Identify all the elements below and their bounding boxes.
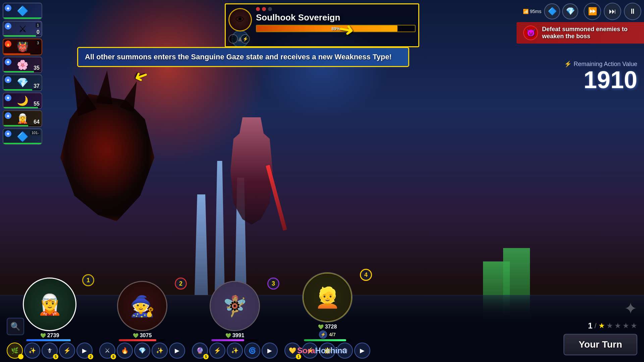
sky-glow-blue xyxy=(255,17,389,117)
turn-icon-5[interactable]: 🌙 ◆ 55 xyxy=(3,93,42,109)
turn-icon-0[interactable]: 🔷 ◆ xyxy=(3,3,42,19)
your-turn-button[interactable]: Your Turn xyxy=(564,334,637,355)
char-skills-1: 🌿 ✨ 🗡5 ⚡ ▶2 xyxy=(7,343,93,359)
character-3[interactable]: 🧚 ⚙ 3 💚 3991 🔮5 ⚡ ✨ 🌀 ▶ xyxy=(192,281,278,359)
skill-3-1[interactable]: 🔮5 xyxy=(192,343,208,359)
char-hp-fill-1 xyxy=(26,339,71,341)
boss-entity xyxy=(44,67,171,235)
char-portrait-4: 👱 xyxy=(302,272,353,322)
skill-1-4[interactable]: ⚡ xyxy=(59,343,75,359)
char-number-4: 4 xyxy=(360,269,372,281)
skill-2-1[interactable]: ⚔8 xyxy=(99,343,115,359)
skill-4-4[interactable]: ⬡ xyxy=(337,343,353,359)
char-hp-fill-4 xyxy=(304,339,346,341)
skill-3-2[interactable]: ⚡ xyxy=(209,343,225,359)
char-hp-row-2: 💚 3075 xyxy=(133,333,152,339)
turn-icon-6[interactable]: 🧝 ◆ 64 xyxy=(3,110,42,127)
char-hp-row-3: 💚 3991 xyxy=(225,333,245,339)
char-hp-fill-2 xyxy=(119,339,156,341)
team-icon-1[interactable]: 🔷 xyxy=(544,3,560,19)
team-icon-2[interactable]: 💎 xyxy=(562,3,578,19)
skill-charge-1-5: 2 xyxy=(88,354,93,359)
character-4[interactable]: 👱 4 💚 3728 ⚡ 4/7 💛1 ⚡ xyxy=(284,272,370,359)
skill-1-5[interactable]: ▶2 xyxy=(76,343,93,359)
turn-icon-7[interactable]: 🔷 ◆ 101- xyxy=(3,128,42,145)
char-hp-bar-4 xyxy=(304,339,351,341)
character-1[interactable]: 🧝 1 💚 2739 🌿 ✨ 🗡5 ⚡ ▶2 xyxy=(7,278,93,359)
char-portrait-1: 🧝 xyxy=(23,278,76,331)
char-portrait-2: 🧙 xyxy=(117,281,167,331)
skill-1-2[interactable]: ✨ xyxy=(24,343,40,359)
boss-spike-1 xyxy=(64,71,97,116)
char-extra-info-4: ⚡ 4/7 xyxy=(319,330,335,339)
hp-icon-4: 💚 xyxy=(318,324,324,329)
skill-1-3[interactable]: 🗡5 xyxy=(42,343,58,359)
char-hp-2: 3075 xyxy=(140,333,152,339)
char-hp-bar-3 xyxy=(211,339,258,341)
turn-icon-2[interactable]: 👹 🔥 3 xyxy=(3,39,42,55)
skill-charge-1-1 xyxy=(18,354,23,359)
turn-icon-3[interactable]: 🌸 ◆ 35 xyxy=(3,57,42,73)
skill-2-2[interactable]: 🔥 xyxy=(117,343,133,359)
char-fraction-4: 4/7 xyxy=(329,332,335,337)
fast-forward-btn[interactable]: ⏩ xyxy=(584,3,601,20)
skill-1-1[interactable]: 🌿 xyxy=(7,343,23,359)
char-hp-bar-1 xyxy=(26,339,73,341)
player-character xyxy=(221,117,282,225)
skill-3-4[interactable]: 🌀 xyxy=(244,343,260,359)
skill-charge-4-1: 1 xyxy=(296,354,301,359)
skill-4-3[interactable]: 🌟 xyxy=(319,343,335,359)
turn-icon-4[interactable]: 💎 ◆ 37 xyxy=(3,74,42,91)
skip-btn[interactable]: ⏭ xyxy=(604,3,621,20)
skill-2-4[interactable]: ✨ xyxy=(152,343,168,359)
skill-4-5[interactable]: ▶ xyxy=(354,343,370,359)
skill-charge-3-1: 5 xyxy=(203,354,209,359)
char-extra-icon-4: ⚡ xyxy=(319,330,327,339)
char-hp-row-1: 💚 2739 xyxy=(40,333,59,339)
hp-icon-1: 💚 xyxy=(40,333,46,338)
char-number-3: 3 xyxy=(267,278,279,290)
star-decoration-icon[interactable]: ✦ xyxy=(624,299,637,318)
hp-icon-3: 💚 xyxy=(225,333,231,338)
char-skills-4: 💛1 ⚡ 🌟 ⬡ ▶ xyxy=(284,343,370,359)
skill-charge-1-3: 5 xyxy=(53,354,58,359)
crystal-tower-1 xyxy=(195,194,208,295)
skill-charge-2-1: 8 xyxy=(111,354,116,359)
pause-btn[interactable]: ⏸ xyxy=(624,3,641,20)
char-hp-bar-2 xyxy=(119,339,166,341)
hp-icon-2: 💚 xyxy=(133,333,139,338)
skill-4-2[interactable]: ⚡ xyxy=(302,343,318,359)
char-portrait-3: 🧚 ⚙ xyxy=(210,281,260,331)
skill-3-5[interactable]: ▶ xyxy=(262,343,278,359)
character-2[interactable]: 🧙 2 💚 3075 ⚔8 🔥 💎 ✨ ▶ xyxy=(99,281,185,359)
skill-3-3[interactable]: ✨ xyxy=(227,343,243,359)
skill-4-1[interactable]: 💛1 xyxy=(284,343,301,359)
char-hp-1: 2739 xyxy=(47,333,59,339)
char-number-2: 2 xyxy=(175,278,187,290)
char-hp-3: 3991 xyxy=(232,333,245,339)
char-hp-4: 3728 xyxy=(325,324,337,330)
skill-2-5[interactable]: ▶ xyxy=(169,343,185,359)
char-hp-row-4: 💚 3728 xyxy=(318,324,337,330)
char-number-1: 1 xyxy=(82,274,94,286)
boss-spike-3 xyxy=(119,79,144,112)
char-skills-2: ⚔8 🔥 💎 ✨ ▶ xyxy=(99,343,185,359)
nav-circle: ▲ xyxy=(231,30,249,48)
skill-2-3[interactable]: 💎 xyxy=(134,343,150,359)
char-skills-3: 🔮5 ⚡ ✨ 🌀 ▶ xyxy=(192,343,278,359)
turn-icon-1[interactable]: ⚔ ◆ 1 0 xyxy=(3,21,42,38)
char-hp-fill-3 xyxy=(211,339,244,341)
